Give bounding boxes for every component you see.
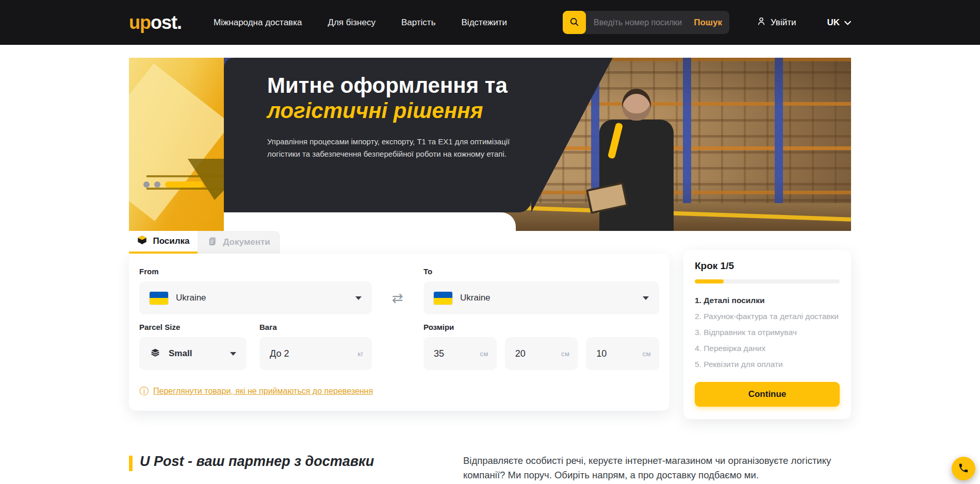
heading-accent-bar bbox=[129, 456, 133, 471]
hero-white-notch bbox=[224, 212, 516, 231]
ukraine-flag-icon bbox=[150, 292, 168, 305]
carousel-dot-1[interactable] bbox=[143, 181, 150, 188]
search-submit-button[interactable]: Пошук bbox=[694, 11, 722, 34]
chevron-down-icon bbox=[844, 18, 851, 28]
hero-banner: Митне оформлення та логістичні рішення У… bbox=[129, 58, 851, 231]
carousel-dot-active[interactable] bbox=[165, 181, 203, 188]
nav-link-international[interactable]: Міжнародна доставка bbox=[214, 18, 302, 28]
search-icon-button[interactable] bbox=[563, 11, 586, 34]
caret-down-icon bbox=[230, 352, 236, 356]
step-item-5: 5. Реквізити для оплати bbox=[695, 360, 840, 369]
language-selector[interactable]: UK bbox=[827, 18, 851, 28]
parcel-form-card: From Ukraine ⇄ To Ukraine bbox=[129, 254, 669, 411]
nav-link-business[interactable]: Для бізнесу bbox=[328, 18, 375, 28]
to-country-value: Ukraine bbox=[460, 293, 491, 303]
login-label: Увійти bbox=[771, 18, 796, 28]
hero-text-panel: Митне оформлення та логістичні рішення У… bbox=[224, 58, 531, 212]
steps-title: Крок 1/5 bbox=[695, 260, 840, 272]
carousel-indicators bbox=[143, 181, 203, 188]
info-icon: ⓘ bbox=[139, 387, 149, 396]
step-item-2: 2. Рахунок-фактура та деталі доставки bbox=[695, 312, 840, 321]
contact-phone-fab[interactable] bbox=[952, 457, 975, 480]
tab-parcel-label: Посилка bbox=[153, 236, 189, 246]
steps-list: 1. Деталі посилки 2. Рахунок-фактура та … bbox=[695, 296, 840, 369]
dimension-width-input[interactable]: 20 см bbox=[505, 337, 578, 370]
logo-accent: up bbox=[129, 12, 151, 33]
dimension-unit: см bbox=[480, 350, 488, 358]
from-label: From bbox=[139, 267, 372, 276]
phone-icon bbox=[958, 462, 969, 475]
dimensions-label: Розміри bbox=[423, 323, 659, 331]
hero-title-line2: логістичні рішення bbox=[267, 98, 531, 124]
carousel-dot-2[interactable] bbox=[154, 181, 160, 188]
to-label: To bbox=[423, 267, 659, 276]
progress-fill bbox=[695, 279, 724, 283]
login-button[interactable]: Увійти bbox=[756, 16, 796, 29]
search-icon bbox=[569, 16, 580, 29]
to-country-select[interactable]: Ukraine bbox=[423, 281, 659, 314]
intro-description: Відправляєте особисті речі, керуєте інте… bbox=[463, 454, 851, 482]
tab-documents[interactable]: Документи bbox=[198, 231, 280, 254]
dimension-height-input[interactable]: 10 см bbox=[586, 337, 659, 370]
step-item-3: 3. Відправник та отримувач bbox=[695, 328, 840, 337]
hero-title-line1: Митне оформлення та bbox=[267, 73, 531, 98]
dimension-width-value: 20 bbox=[515, 348, 526, 359]
ukraine-flag-icon bbox=[434, 292, 452, 305]
parcel-box-icon bbox=[137, 235, 148, 248]
nav-link-track[interactable]: Відстежити bbox=[462, 18, 508, 28]
caret-down-icon bbox=[643, 296, 649, 300]
from-country-select[interactable]: Ukraine bbox=[139, 281, 372, 314]
progress-bar bbox=[695, 279, 840, 283]
weight-value: До 2 bbox=[270, 348, 289, 359]
parcel-size-select[interactable]: Small bbox=[139, 337, 247, 370]
intro-heading: U Post - ваш партнер з доставки bbox=[140, 454, 374, 470]
steps-panel: Крок 1/5 1. Деталі посилки 2. Рахунок-фа… bbox=[683, 250, 851, 419]
restricted-items-link[interactable]: ⓘ Переглянути товари, які не приймаються… bbox=[139, 387, 373, 396]
logo-rest: ost. bbox=[151, 12, 182, 33]
top-navbar: upost. Міжнародна доставка Для бізнесу В… bbox=[0, 0, 980, 45]
user-icon bbox=[756, 16, 766, 29]
step-item-1: 1. Деталі посилки bbox=[695, 296, 840, 305]
weight-input[interactable]: До 2 кг bbox=[259, 337, 372, 370]
envelope-graphic bbox=[129, 58, 224, 231]
weight-label: Вага bbox=[259, 323, 372, 331]
dimension-unit: см bbox=[643, 350, 651, 358]
language-label: UK bbox=[827, 18, 840, 28]
hero-description: Управління процесами імпорту, експорту, … bbox=[267, 136, 533, 160]
main-nav: Міжнародна доставка Для бізнесу Вартість… bbox=[214, 18, 507, 28]
logo[interactable]: upost. bbox=[129, 12, 182, 34]
dimension-length-input[interactable]: 35 см bbox=[423, 337, 497, 370]
continue-button[interactable]: Continue bbox=[695, 382, 840, 407]
dimension-height-value: 10 bbox=[596, 348, 607, 359]
restricted-items-link-label: Переглянути товари, які не приймаються д… bbox=[153, 387, 373, 396]
step-item-4: 4. Перевірка даних bbox=[695, 344, 840, 353]
nav-link-pricing[interactable]: Вартість bbox=[401, 18, 436, 28]
intro-section: U Post - ваш партнер з доставки Відправл… bbox=[129, 454, 851, 482]
from-country-value: Ukraine bbox=[176, 293, 206, 303]
weight-unit: кг bbox=[358, 350, 364, 358]
parcel-size-box-icon bbox=[150, 347, 161, 360]
parcel-size-value: Small bbox=[169, 348, 192, 359]
parcel-size-label: Parcel Size bbox=[139, 323, 247, 331]
dimension-unit: см bbox=[561, 350, 569, 358]
tab-parcel[interactable]: Посилка bbox=[129, 231, 198, 254]
document-icon bbox=[207, 236, 218, 249]
caret-down-icon bbox=[355, 296, 362, 300]
swap-directions-icon[interactable]: ⇄ bbox=[372, 281, 423, 314]
tab-documents-label: Документи bbox=[223, 237, 270, 247]
tracking-search: Пошук bbox=[563, 11, 729, 34]
dimension-length-value: 35 bbox=[434, 348, 444, 359]
